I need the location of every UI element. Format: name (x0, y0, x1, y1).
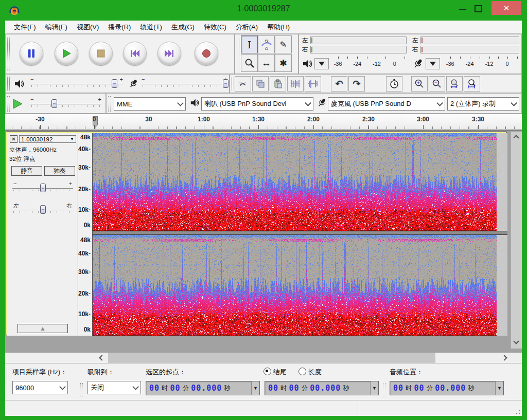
copy-button[interactable] (252, 76, 269, 92)
vertical-frequency-ruler[interactable]: 48k40k-30k-20k-10k-0k48k40k-30k-20k-10k-… (78, 133, 93, 336)
time-unit-label[interactable]: 秒 (343, 384, 349, 393)
radio-unselected-icon[interactable] (298, 368, 306, 375)
slider-thumb[interactable] (112, 79, 117, 88)
stop-button[interactable] (89, 42, 113, 65)
cut-button[interactable]: ✂ (235, 76, 251, 92)
playback-meter[interactable]: 左 右 -36-24-120 (300, 35, 409, 73)
zoom-in-button[interactable] (411, 76, 428, 92)
fit-selection-button[interactable] (446, 76, 463, 92)
time-unit-label[interactable]: 秒 (468, 384, 475, 393)
solo-button[interactable]: 独奏 (44, 166, 75, 176)
toolbar-grip[interactable] (237, 38, 239, 70)
sync-lock-button[interactable] (386, 76, 402, 92)
zoom-tool-button[interactable] (241, 54, 258, 72)
vertical-scrollbar[interactable] (511, 132, 522, 349)
resize-grip[interactable] (515, 409, 521, 415)
toolbar-grip[interactable] (7, 367, 9, 397)
spectrogram-channel-left[interactable] (93, 133, 507, 231)
scroll-right-icon[interactable] (501, 355, 507, 360)
menu-generate[interactable]: 生成(G) (167, 23, 199, 32)
playback-device-select[interactable]: 喇叭 (USB PnP Sound Devi (201, 97, 313, 111)
selection-tool-button[interactable]: I (241, 35, 258, 53)
toolbar-grip[interactable] (108, 96, 111, 112)
fit-project-button[interactable] (464, 76, 480, 92)
audio-position-time-field[interactable]: 00时00分00.000秒▼ (390, 381, 504, 395)
time-field-dropdown-icon[interactable]: ▼ (251, 381, 259, 395)
minimize-button[interactable]: — (455, 3, 470, 14)
toolbar-grip[interactable] (7, 77, 10, 91)
gain-slider[interactable]: − + (12, 181, 73, 196)
menu-tracks[interactable]: 轨道(T) (135, 23, 167, 32)
titlebar[interactable]: 1-0003019287 — ✕ (0, 0, 527, 21)
horizontal-scrollbar[interactable] (5, 353, 522, 363)
time-digits[interactable]: 00 (170, 384, 181, 393)
timeshift-tool-button[interactable]: ↔ (258, 54, 275, 72)
menu-view[interactable]: 视图(V) (72, 23, 103, 32)
toolbar-grip[interactable] (7, 96, 10, 112)
slider-thumb[interactable] (223, 79, 229, 88)
slider-thumb[interactable] (40, 205, 46, 214)
track-name-menu[interactable]: 1-00030192▼ (19, 135, 76, 143)
time-unit-label[interactable]: 时 (162, 384, 168, 393)
multi-tool-button[interactable]: ✱ (275, 54, 292, 72)
record-button[interactable] (195, 42, 218, 65)
time-digits[interactable]: 00.000 (435, 384, 466, 393)
time-digits[interactable]: 00 (289, 384, 300, 393)
paste-button[interactable] (270, 76, 286, 92)
toolbar-grip[interactable] (232, 77, 234, 91)
recording-channels-select[interactable]: 2 (立体声) 录制 (447, 97, 519, 111)
play-button[interactable] (55, 42, 78, 65)
toolbar-grip[interactable] (383, 383, 385, 396)
time-unit-label[interactable]: 时 (406, 384, 412, 393)
toolbar-grip[interactable] (7, 38, 10, 70)
snap-to-select[interactable]: 关闭 (87, 381, 141, 394)
maximize-button[interactable] (471, 3, 485, 14)
timeline-ruler[interactable]: -300301:001:302:002:303:003:30 (5, 114, 522, 131)
mute-button[interactable]: 静音 (11, 166, 42, 176)
slider-thumb[interactable] (51, 99, 57, 108)
radio-end[interactable]: 结尾 (264, 368, 287, 377)
recording-meter-dropdown[interactable] (426, 58, 440, 69)
pause-button[interactable] (20, 42, 43, 65)
track-close-button[interactable]: ✕ (10, 135, 17, 143)
play-at-speed-button[interactable] (11, 97, 24, 111)
time-digits[interactable]: 00 (414, 384, 425, 393)
menu-effect[interactable]: 特效(C) (199, 23, 231, 32)
track-collapse-button[interactable]: ▲ (17, 324, 68, 333)
recording-device-select[interactable]: 麥克風 (USB PnP Sound D (328, 97, 445, 111)
radio-selected-icon[interactable] (264, 368, 271, 375)
time-digits[interactable]: 00 (268, 384, 278, 393)
recording-meter[interactable]: 左 右 -36-24-120 (410, 35, 521, 73)
menu-help[interactable]: 帮助(H) (262, 23, 294, 32)
time-unit-label[interactable]: 分 (183, 384, 189, 393)
pan-slider[interactable]: 左 右 (12, 203, 73, 217)
time-unit-label[interactable]: 分 (427, 384, 433, 393)
menu-file[interactable]: 文件(F) (9, 23, 41, 32)
time-digits[interactable]: 00.000 (310, 384, 341, 393)
time-digits[interactable]: 00 (149, 384, 160, 393)
playback-meter-dropdown[interactable] (314, 58, 329, 69)
playback-volume-slider[interactable]: − + (30, 77, 123, 90)
close-button[interactable]: ✕ (491, 1, 521, 15)
skip-to-start-button[interactable] (123, 42, 147, 65)
selection-start-time-field[interactable]: 00时00分00.000秒▼ (146, 381, 260, 395)
channel-separator[interactable] (93, 231, 507, 235)
silence-audio-button[interactable] (305, 76, 321, 92)
zoom-out-button[interactable] (429, 76, 445, 92)
scroll-up-icon[interactable] (513, 135, 519, 140)
time-digits[interactable]: 00 (393, 384, 403, 393)
spectrogram-channel-right[interactable] (93, 235, 507, 336)
horizontal-scrollbar-thumb[interactable] (108, 353, 435, 363)
scroll-left-icon[interactable] (99, 355, 104, 360)
time-unit-label[interactable]: 分 (302, 384, 308, 393)
time-field-dropdown-icon[interactable]: ▼ (495, 381, 503, 395)
scroll-down-icon[interactable] (513, 338, 519, 344)
radio-length[interactable]: 长度 (298, 368, 322, 377)
time-unit-label[interactable]: 秒 (224, 384, 231, 393)
playback-speed-slider[interactable]: − + (30, 97, 101, 111)
draw-tool-button[interactable]: ✎ (275, 35, 292, 53)
time-unit-label[interactable]: 时 (280, 384, 287, 393)
envelope-tool-button[interactable] (258, 35, 275, 53)
time-field-dropdown-icon[interactable]: ▼ (370, 381, 378, 395)
menu-transport[interactable]: 播录(R) (103, 23, 135, 32)
